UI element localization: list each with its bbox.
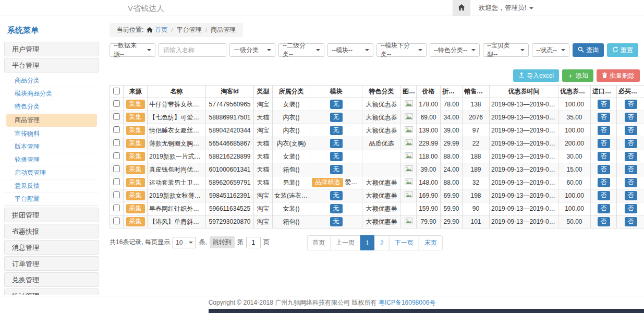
row-checkbox[interactable] (113, 178, 120, 185)
jump-page-input[interactable] (246, 237, 261, 248)
sidebar-item-group-buy-management[interactable]: 拼团管理 (4, 208, 99, 222)
row-checkbox[interactable] (113, 191, 120, 198)
breadcrumb-home-link[interactable]: 首页 (155, 26, 167, 34)
chevron-down-icon (529, 7, 533, 9)
must-buy-badge: 否 (625, 165, 637, 174)
sales-cell: 32 (463, 176, 490, 189)
select-all-checkbox[interactable] (113, 88, 120, 94)
sidebar-item-saving-news[interactable]: 省惠快报 (4, 224, 99, 238)
discount-price-cell: 24.00 (441, 163, 463, 176)
module-cell: 无 (310, 124, 362, 137)
sidebar-item-carousel-management[interactable]: 轮播管理 (4, 153, 99, 166)
filter-select-module[interactable]: --模块-- (327, 43, 373, 57)
price-cell: 169.90 (417, 189, 441, 202)
sidebar-item-order-management[interactable]: 订单管理 (4, 256, 99, 271)
filter-select-level2-category[interactable]: --二级分类-- (278, 43, 324, 57)
import-select-cell: 否 (591, 215, 617, 228)
sidebar-item-platform-config[interactable]: 平台配置 (4, 192, 99, 206)
row-checkbox[interactable] (113, 204, 120, 211)
row-checkbox[interactable] (113, 139, 120, 146)
batch-delete-button[interactable]: 批量删除 (597, 69, 640, 82)
sidebar-item-message-management[interactable]: 消息管理 (4, 240, 99, 255)
table-row: 采集2019新款一片式系...588216228899天猫女装()无118.00… (110, 150, 644, 163)
column-header: 特色分类 (362, 86, 401, 98)
sidebar-item-splash-management[interactable]: 启动页管理 (4, 166, 99, 179)
per-page-select[interactable]: 10 (173, 237, 196, 248)
icp-link[interactable]: 粤ICP备16098006号 (379, 298, 435, 307)
page-button-2[interactable]: 2 (374, 235, 390, 250)
column-header: 销售数量 (463, 86, 490, 98)
jump-button[interactable]: 跳转到 (210, 236, 235, 248)
row-select-cell (110, 176, 124, 189)
source-badge: 采集 (126, 217, 145, 226)
import-select-cell: 否 (591, 202, 617, 215)
category-cell: 男装() (273, 176, 310, 189)
row-checkbox[interactable] (113, 152, 120, 159)
sidebar-item-user-management[interactable]: 用户管理 (4, 42, 99, 56)
pagination-summary: 共16条记录, 每页显示 10 条, 跳转到 第 页 (110, 236, 270, 248)
copyright-text: Copyright © 2014-2018 广州九驰网络科技有限公司 版权所有 (209, 298, 377, 307)
home-button[interactable] (453, 0, 470, 16)
sidebar-item-version-management[interactable]: 版本管理 (4, 140, 99, 153)
price-cell: 178.00 (417, 98, 441, 111)
page-button-末页[interactable]: 末页 (419, 235, 443, 250)
source-cell: 采集 (124, 163, 148, 176)
price-cell: 229.99 (417, 137, 441, 150)
name-cell: 牛仔背带裤女秋装减龄... (148, 98, 206, 111)
filter-select-level1-category[interactable]: 一级分类 (229, 43, 275, 57)
coupon-amount-cell: 100.00 (558, 202, 591, 215)
sidebar-item-product-category[interactable]: 商品分类 (4, 74, 99, 87)
image-placeholder-icon (405, 101, 413, 109)
image-placeholder-icon (405, 179, 413, 187)
filter-select-module-subcategory[interactable]: --模块下分类-- (376, 43, 427, 57)
row-checkbox[interactable] (113, 126, 120, 133)
user-menu[interactable]: 欢迎您，管理员! (479, 0, 533, 16)
column-header: 所属分类 (273, 86, 310, 98)
import-excel-button[interactable]: 导入excel (513, 69, 559, 82)
discount-price-cell: 88.00 (441, 150, 463, 163)
sidebar-item-stats-management[interactable]: 统计管理 (4, 288, 99, 295)
taoke-id-cell: 597293020870 (206, 215, 254, 228)
column-header: 必买清单 (617, 86, 644, 98)
module-cell: 无 (310, 163, 362, 176)
row-checkbox[interactable] (113, 165, 120, 172)
page-button-1[interactable]: 1 (360, 235, 375, 250)
sidebar-item-exchange-management[interactable]: 兑换管理 (4, 272, 99, 287)
filter-select-feature-category[interactable]: --特色分类-- (430, 43, 480, 57)
filter-select-item-type[interactable]: --宝贝类型-- (483, 43, 529, 57)
row-checkbox[interactable] (113, 218, 120, 224)
module-cell: 无 (310, 215, 362, 228)
sidebar-item-feature-category[interactable]: 特色分类 (4, 100, 99, 113)
sidebar-item-product-management[interactable]: 商品管理 (6, 114, 97, 127)
module-badge: 无 (330, 191, 343, 200)
sidebar-item-feedback[interactable]: 意见反馈 (4, 179, 99, 192)
source-badge: 采集 (126, 191, 145, 200)
name-search-input[interactable] (159, 43, 226, 57)
chevron-down-icon (520, 49, 525, 51)
type-cell: 淘宝 (254, 98, 273, 111)
price-cell: 39.00 (417, 163, 441, 176)
price-cell: 79.90 (417, 215, 441, 228)
filter-select-data-source[interactable]: --数据来源-- (110, 43, 155, 57)
icon-cell (401, 176, 417, 189)
sidebar-item-platform-management[interactable]: 平台管理 (4, 58, 99, 73)
row-checkbox[interactable] (113, 100, 120, 107)
must-buy-badge: 否 (625, 152, 637, 161)
search-button[interactable]: 查询 (573, 43, 604, 57)
add-button[interactable]: ＋ 添加 (562, 69, 593, 82)
filter-select-value: --二级分类-- (283, 41, 312, 59)
page-button-首页[interactable]: 首页 (307, 235, 331, 250)
reset-button[interactable]: 重置 (607, 43, 638, 57)
source-cell: 采集 (124, 176, 148, 189)
row-select-cell (110, 98, 124, 111)
table-row: 采集薄款无钢圈文胸聚拢性...565446685867天猫内衣(文胸)无品质优选… (110, 137, 644, 150)
welcome-text: 欢迎您，管理员! (479, 4, 526, 13)
must-buy-cell: 否 (617, 202, 644, 215)
sidebar-item-module-product-category[interactable]: 模块商品分类 (4, 87, 99, 100)
page-button-上一页[interactable]: 上一页 (330, 235, 360, 250)
page-button-下一页[interactable]: 下一页 (389, 235, 419, 250)
sidebar-item-promo-materials[interactable]: 宣传物料 (4, 127, 99, 140)
row-checkbox[interactable] (113, 113, 120, 120)
filter-select-status[interactable]: --状态-- (532, 43, 569, 57)
must-buy-cell: 否 (617, 189, 644, 202)
